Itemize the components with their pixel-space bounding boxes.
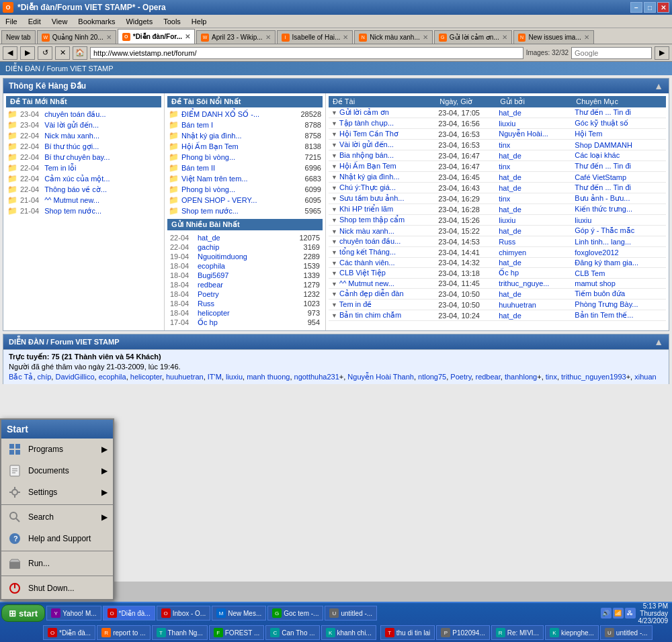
topic-link[interactable]: Hội Ấm Bạn Tem — [339, 162, 396, 170]
taskbar-item-kiep[interactable]: K kiepnghe... — [545, 625, 599, 640]
user-link[interactable]: hat_de — [499, 205, 521, 214]
taskbar-item-p102[interactable]: P P102094... — [436, 625, 489, 640]
category-link[interactable]: Góc kỹ thuật số — [575, 119, 628, 127]
search-input[interactable] — [571, 47, 652, 59]
start-menu-help[interactable]: ? Help and Support — [1, 528, 113, 549]
user-link[interactable]: tinx — [499, 195, 510, 203]
topic-link[interactable]: Khi HP triển lãm — [339, 205, 393, 213]
user-link[interactable]: huuhuetran — [499, 301, 536, 309]
user-link[interactable]: hat_de — [499, 152, 521, 160]
topic-link[interactable]: Nick màu xanh... — [44, 132, 99, 140]
user-link[interactable]: hat_de — [499, 312, 521, 320]
tab-diendан[interactable]: O *Diễn đàn/For... ✕ — [118, 29, 195, 44]
topic-link[interactable]: Shop tem nước... — [181, 207, 239, 216]
start-menu-settings[interactable]: Settings ▶ — [1, 481, 113, 503]
user-link[interactable]: helicopter — [198, 309, 258, 317]
taskbar-item-newmes[interactable]: M New Mes... — [212, 606, 266, 621]
user-link[interactable]: ecophila — [198, 262, 258, 270]
category-link[interactable]: Linh tinh... lang... — [575, 238, 631, 246]
start-menu-run[interactable]: Run... — [1, 553, 113, 574]
user-link[interactable]: ntlong75 — [418, 373, 446, 381]
user-link[interactable]: IT'M — [208, 373, 222, 381]
tab-close-isabelle[interactable]: ✕ — [343, 34, 348, 41]
category-link[interactable]: Phòng Trưng Bày... — [575, 300, 638, 308]
user-link[interactable]: Bugi5697 — [198, 271, 258, 279]
user-link[interactable]: hat_de — [499, 227, 521, 235]
category-link[interactable]: Café VietStamp — [575, 173, 626, 181]
category-link[interactable]: Thư đến ... Tin đi — [575, 162, 631, 170]
taskbar-item-remivi[interactable]: R Re: MIVI... — [491, 625, 544, 640]
user-link[interactable]: tinx — [546, 373, 557, 381]
user-link[interactable]: hat_de — [499, 184, 521, 192]
start-menu-shutdown[interactable]: Shut Down... — [1, 578, 113, 599]
user-link[interactable]: thanhlong — [505, 373, 537, 381]
topic-link[interactable]: Nhật ký gia đình... — [181, 132, 242, 140]
category-link[interactable]: Bản tin Tem thế... — [575, 311, 633, 319]
menu-widgets[interactable]: Widgets — [123, 16, 155, 27]
forward-button[interactable]: ▶ — [20, 46, 35, 60]
topic-link[interactable]: Sưu tầm bưu ảnh... — [339, 194, 404, 202]
menu-edit[interactable]: Edit — [26, 16, 44, 27]
category-link[interactable]: Shop DAMMANH — [575, 141, 632, 149]
category-link[interactable]: Thư đến ... Tin đi — [575, 183, 631, 191]
topic-link[interactable]: ^^ Mutmut new... — [44, 196, 99, 204]
taskbar-item-inbox[interactable]: O Inbox - O... — [157, 606, 210, 621]
topic-link[interactable]: Tem in lỗi — [44, 164, 76, 173]
collapse-online-icon[interactable]: ▲ — [654, 336, 663, 347]
topic-link[interactable]: Nhật ký gia đình... — [339, 173, 400, 181]
stop-button[interactable]: ✕ — [55, 46, 70, 60]
topic-link[interactable]: Gửi lời cảm ơn — [339, 108, 389, 116]
user-link[interactable]: redbear — [475, 373, 500, 381]
user-link[interactable]: Ốc hp — [499, 269, 519, 277]
minimize-button[interactable]: − — [630, 2, 642, 13]
start-menu-programs[interactable]: Programs ▶ — [1, 439, 113, 460]
back-button[interactable]: ◀ — [3, 46, 17, 60]
topic-link[interactable]: ^^ Mutmut new... — [339, 279, 394, 287]
topic-link[interactable]: Thông báo về cờ... — [44, 185, 107, 194]
category-link[interactable]: Các loại khác — [575, 151, 620, 159]
user-link[interactable]: liuxiu — [499, 216, 515, 224]
tab-nick[interactable]: N Nick màu xanh... ✕ — [354, 30, 432, 44]
taskbar-item-diendan[interactable]: O *Diễn đà... — [103, 606, 155, 621]
collapse-icon[interactable]: ▲ — [654, 81, 663, 91]
topic-link[interactable]: Bia nhộng bán... — [339, 151, 394, 159]
user-link[interactable]: hat_de — [499, 109, 521, 117]
topic-link[interactable]: Tập tành chụp... — [339, 119, 394, 127]
user-link[interactable]: Poetry — [198, 290, 258, 298]
menu-view[interactable]: View — [49, 16, 71, 27]
user-link[interactable]: Bắc Tả — [9, 373, 33, 381]
taskbar-item-khanh[interactable]: K khanh chi... — [321, 625, 376, 640]
taskbar-item-cantho[interactable]: C Can Tho ... — [265, 625, 319, 640]
topic-link[interactable]: OPEN SHOP - VERY... — [181, 196, 257, 204]
user-link[interactable]: Poetry — [450, 373, 471, 381]
taskbar-item-report[interactable]: R report to ... — [97, 625, 150, 640]
taskbar-item-forest[interactable]: F FOREST ... — [209, 625, 265, 640]
user-link[interactable]: Russ — [198, 300, 258, 308]
category-link[interactable]: Kiến thức trưng... — [575, 205, 632, 213]
topic-link[interactable]: Bản tin chim chắm — [339, 311, 401, 319]
topic-link[interactable]: ĐIỂM DANH XỔ SỐ -... — [181, 110, 259, 119]
category-link[interactable]: Hội Tem — [575, 130, 602, 138]
taskbar-item-untitled2[interactable]: U untitled -... — [600, 625, 653, 640]
start-menu-documents[interactable]: Documents ▶ — [1, 460, 113, 481]
user-link[interactable]: helicopter — [130, 373, 162, 381]
user-link[interactable]: liuxiu — [499, 120, 515, 128]
topic-link[interactable]: Hội Ấm Bạn Tem — [181, 142, 239, 151]
taskbar-item-goctem[interactable]: G Goc tem -... — [267, 606, 323, 621]
topic-link[interactable]: Vài lời gửi đến... — [44, 121, 99, 130]
user-link[interactable]: Nguyễn Hoài Thanh — [347, 373, 414, 381]
tab-guiloi[interactable]: G Gửi lời cảm ơn... ✕ — [434, 30, 512, 44]
menu-bookmarks[interactable]: Bookmarks — [75, 16, 118, 27]
user-link[interactable]: Russ — [499, 238, 515, 246]
user-link[interactable]: DavidGillico — [55, 373, 94, 381]
topic-link[interactable]: Tem in đề — [339, 300, 372, 308]
user-link[interactable]: xihuan — [634, 373, 656, 381]
taskbar-item-thu[interactable]: T thu di tin lai — [380, 625, 435, 640]
address-input[interactable] — [90, 47, 523, 59]
taskbar-item-diendan2[interactable]: O *Diễn đà... — [43, 625, 95, 640]
topic-link[interactable]: chuyên toán đầu... — [339, 237, 401, 245]
user-link[interactable]: chíp — [38, 373, 52, 381]
tab-close-diendan[interactable]: ✕ — [185, 33, 190, 40]
category-link[interactable]: foxglove2012 — [575, 248, 618, 257]
user-link[interactable]: huuhuetran — [166, 373, 204, 381]
